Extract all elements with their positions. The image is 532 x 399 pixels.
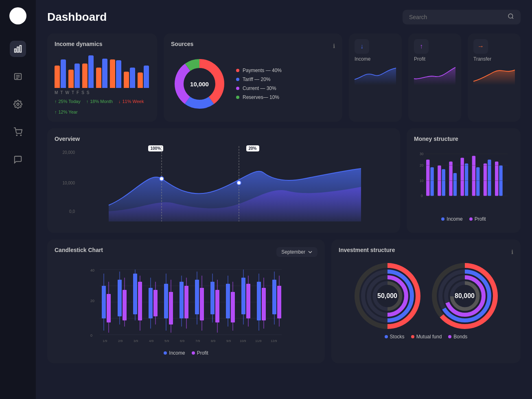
money-dot-profit <box>469 217 473 221</box>
legend-current: Current — 30% <box>236 86 282 91</box>
chevron-down-icon <box>308 250 313 254</box>
income-stats: 25% Today 18% Month 11% Week 12% Year <box>55 99 150 114</box>
bar-label-s2: S <box>87 90 90 95</box>
svg-rect-89 <box>200 288 204 320</box>
inv-legend-mutual: Mutual fund <box>411 334 442 340</box>
svg-rect-28 <box>449 162 452 196</box>
income-dynamics-title: Income dynamics <box>55 41 150 47</box>
profit-sparkline <box>414 64 455 86</box>
svg-point-7 <box>17 103 19 105</box>
svg-rect-87 <box>195 280 199 314</box>
bar-label-w: W <box>65 90 69 95</box>
svg-text:10/9: 10/9 <box>240 339 246 343</box>
investment-info-icon[interactable]: ℹ <box>511 249 513 255</box>
candlestick-chart-wrap: 40 20 0 1/9 2/9 3/9 4/9 5/9 6/9 7 <box>55 261 317 347</box>
avatar[interactable] <box>9 7 26 24</box>
money-label-income: Income <box>447 216 462 222</box>
search-input[interactable] <box>409 14 504 20</box>
svg-text:6/9: 6/9 <box>180 339 185 343</box>
svg-rect-36 <box>495 162 498 196</box>
svg-point-18 <box>160 177 164 181</box>
overview-card: Overview 20,000 10,000 0,0 100% 20% <box>47 128 400 233</box>
inv-label-bonds: Bonds <box>453 334 467 340</box>
legend-dot-tariff <box>236 78 239 81</box>
svg-rect-1 <box>17 47 19 52</box>
svg-text:9/9: 9/9 <box>226 339 231 343</box>
candlestick-dropdown[interactable]: September <box>276 247 317 257</box>
money-structure-card: Money structure 30 20 10 0 <box>407 128 521 233</box>
svg-text:4/9: 4/9 <box>149 339 154 343</box>
arrow-up-month <box>86 99 89 104</box>
bar-labels: M T W T F S S <box>55 90 150 95</box>
y-label-0: 0,0 <box>55 209 75 214</box>
income-bar-chart <box>55 51 150 88</box>
bar-group <box>110 59 121 88</box>
candlestick-legend: Income Profit <box>55 350 317 356</box>
svg-rect-29 <box>453 173 457 196</box>
overview-svg <box>77 146 393 221</box>
profit-stat-title: Profit <box>414 56 455 62</box>
svg-rect-71 <box>133 274 137 314</box>
sidebar-icon-message[interactable] <box>10 151 26 168</box>
sidebar-icon-chart[interactable] <box>10 41 26 57</box>
transfer-stat-title: Transfer <box>473 56 515 62</box>
bar-orange <box>110 59 115 88</box>
sidebar-icon-cart[interactable] <box>10 124 26 140</box>
bar-label-s: S <box>81 90 84 95</box>
legend-payments: Payments — 40% <box>236 68 282 73</box>
svg-text:30: 30 <box>420 152 424 156</box>
row1: Income dynamics M T W T F S S 25% Today <box>47 33 521 122</box>
arrow-up-year <box>55 110 57 114</box>
inv-legend-stocks: Stocks <box>385 334 405 340</box>
y-label-20000: 20,000 <box>55 150 75 155</box>
svg-rect-81 <box>169 292 173 324</box>
income-dynamics-card: Income dynamics M T W T F S S 25% Today <box>47 33 157 122</box>
sources-donut-label: 10,000 <box>190 81 209 88</box>
svg-rect-0 <box>15 49 16 52</box>
svg-rect-73 <box>138 282 142 320</box>
svg-text:10: 10 <box>420 179 424 183</box>
bar-label-f: F <box>77 90 79 95</box>
inv-dot-mutual <box>411 335 414 338</box>
candlestick-svg: 40 20 0 1/9 2/9 3/9 4/9 5/9 6/9 7 <box>55 261 317 347</box>
bar-blue <box>130 68 135 88</box>
sources-title: Sources <box>171 41 193 47</box>
sources-info-icon[interactable]: ℹ <box>333 43 335 49</box>
svg-rect-105 <box>262 288 266 320</box>
legend-label-reserves: Reserves— 10% <box>243 94 279 100</box>
stat-year-label: 12% Year <box>59 110 78 114</box>
money-structure-svg: 30 20 10 0 <box>414 146 513 211</box>
bar-blue <box>61 59 66 88</box>
candle-label-income: Income <box>169 350 185 356</box>
row3: Candlestick Chart September 40 20 0 <box>47 239 521 363</box>
svg-rect-34 <box>484 163 487 196</box>
svg-rect-101 <box>246 284 250 318</box>
svg-rect-30 <box>460 158 464 196</box>
investment-value-1: 50,000 <box>377 292 397 300</box>
investment-header: Investment structure ℹ <box>339 247 513 257</box>
income-stat-title: Income <box>355 56 396 62</box>
search-bar[interactable] <box>403 10 521 24</box>
bar-group <box>138 66 149 88</box>
svg-text:1/9: 1/9 <box>103 339 107 343</box>
bar-orange <box>124 72 129 88</box>
candle-dot-profit <box>192 351 195 355</box>
money-label-profit: Profit <box>475 216 486 222</box>
row-mid: Overview 20,000 10,000 0,0 100% 20% <box>47 128 521 233</box>
legend-tariff: Tariff — 20% <box>236 77 282 82</box>
svg-rect-31 <box>465 163 468 196</box>
bar-orange <box>68 70 74 88</box>
money-structure-title: Money structure <box>414 136 513 142</box>
investment-donut-1: 50,000 <box>353 261 422 331</box>
investment-donut-2: 80,000 <box>430 261 499 331</box>
sources-inner: 10,000 Payments — 40% Tariff — 20% Curre… <box>171 55 335 112</box>
svg-rect-63 <box>102 286 106 318</box>
overview-chart-wrap: 20,000 10,000 0,0 100% 20% <box>55 146 393 226</box>
arrow-up-today <box>55 99 57 104</box>
bar-orange <box>55 66 60 88</box>
svg-point-9 <box>20 135 21 136</box>
sidebar-icon-list[interactable] <box>10 68 26 85</box>
candlestick-title: Candlestick Chart <box>55 247 103 253</box>
bar-label-t2: T <box>72 90 74 95</box>
sidebar-icon-settings[interactable] <box>10 96 26 112</box>
